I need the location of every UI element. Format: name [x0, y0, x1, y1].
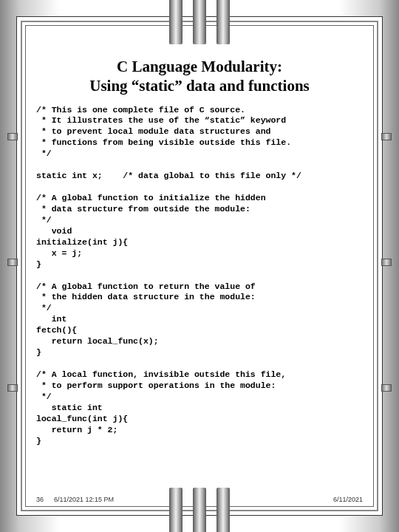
decor-notch — [381, 384, 392, 392]
decor-bars-bottom — [169, 488, 230, 532]
footer-date-right: 6/11/2021 — [333, 496, 363, 503]
slide-frame: C Language Modularity: Using “static” da… — [16, 16, 383, 516]
decor-notch — [381, 259, 392, 266]
title-line1: C Language Modularity: — [117, 58, 282, 75]
slide-content: C Language Modularity: Using “static” da… — [36, 36, 363, 488]
decor-notch — [7, 384, 18, 392]
title-line2: Using “static” data and functions — [89, 77, 310, 95]
code-block: /* This is one complete file of C source… — [36, 105, 363, 447]
decor-bars-top — [169, 0, 230, 44]
decor-notch — [381, 133, 392, 140]
decor-notch — [7, 259, 18, 266]
decor-notch — [7, 133, 18, 140]
page-number: 36 — [36, 496, 44, 503]
slide-title: C Language Modularity: Using “static” da… — [36, 57, 363, 96]
footer-datetime: 6/11/2021 12:15 PM — [54, 496, 114, 503]
